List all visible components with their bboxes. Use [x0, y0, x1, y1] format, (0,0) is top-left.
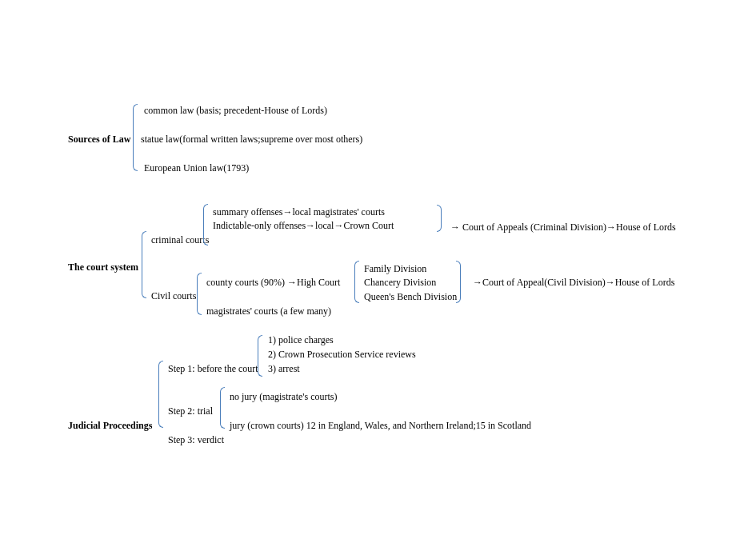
- brace-court: [142, 231, 146, 298]
- civil-label: Civil courts: [151, 290, 196, 302]
- civil-item2: magistrates' courts (a few many): [206, 305, 331, 317]
- brace-criminal-close: [437, 205, 442, 232]
- sources-item2: statue law(formal written laws;supreme o…: [141, 134, 362, 146]
- criminal-line2: Indictable-only offenses→local→Crown Cou…: [213, 220, 394, 232]
- criminal-item1b: local magistrates' courts: [292, 206, 384, 218]
- step1-item2: 2) Crown Prosecution Service reviews: [268, 349, 416, 361]
- brace-divisions: [354, 261, 359, 303]
- arrow-icon: →: [287, 277, 297, 288]
- brace-sources: [133, 104, 138, 171]
- brace-step1: [258, 335, 262, 377]
- div2: Chancery Division: [364, 277, 436, 289]
- arrow-icon: →: [282, 206, 292, 218]
- arrow-icon: →: [306, 220, 315, 231]
- sources-item3: European Union law(1793): [144, 162, 249, 174]
- arrow-icon: →: [606, 277, 615, 288]
- criminal-label: criminal courts: [151, 234, 209, 246]
- brace-criminal: [203, 204, 208, 246]
- civil-item1a: county courts (90%): [206, 277, 287, 288]
- court-title: The court system: [68, 262, 138, 273]
- judicial-title: Judicial Proceedings: [68, 420, 152, 432]
- step2-item1: no jury (magistrate's courts): [230, 391, 337, 403]
- brace-step2: [220, 387, 225, 429]
- step1-item1: 1) police charges: [268, 334, 334, 346]
- civil-line1: county courts (90%) →High Court: [206, 277, 340, 289]
- arrow-icon: →: [334, 220, 343, 231]
- criminal-line1: summary offenses→local magistrates' cour…: [213, 206, 385, 218]
- civil-tail: →Court of Appeal(Civil Division)→House o…: [473, 277, 674, 289]
- criminal-item2c: Crown Court: [343, 220, 394, 231]
- brace-divisions-close: [456, 261, 461, 303]
- arrow-icon: →: [473, 277, 482, 288]
- step1: Step 1: before the court: [168, 363, 258, 375]
- sources-title: Sources of Law: [68, 134, 130, 146]
- arrow-icon: →: [450, 222, 460, 233]
- step2-item2: jury (crown courts) 12 in England, Wales…: [230, 420, 531, 432]
- brace-judicial: [158, 361, 163, 428]
- step3: Step 3: verdict: [168, 434, 224, 446]
- sources-item1: common law (basis; precedent-House of Lo…: [144, 105, 327, 117]
- criminal-item1a: summary offenses: [213, 206, 282, 218]
- arrow-icon: →: [606, 222, 616, 233]
- div1: Family Division: [364, 263, 426, 275]
- criminal-tail-a: Court of Appeals (Criminal Division): [460, 222, 606, 233]
- criminal-item2a: Indictable-only offenses: [213, 220, 306, 231]
- civil-tail-a: Court of Appeal(Civil Division): [482, 277, 606, 288]
- step2: Step 2: trial: [168, 405, 213, 417]
- div3: Queen's Bench Division: [364, 291, 457, 303]
- criminal-tail-b: House of Lords: [616, 222, 676, 233]
- brace-civil: [197, 273, 202, 315]
- criminal-item2b: local: [315, 220, 334, 231]
- civil-tail-b: House of Lords: [615, 277, 675, 288]
- step1-item3: 3) arrest: [268, 363, 300, 375]
- civil-item1b: High Court: [297, 277, 340, 288]
- criminal-tail: → Court of Appeals (Criminal Division)→H…: [450, 222, 676, 234]
